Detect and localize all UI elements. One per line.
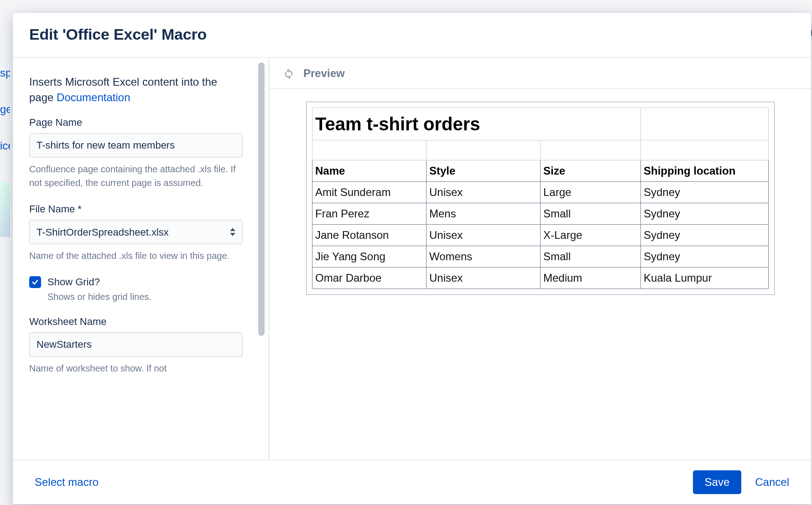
table-title-cell: Team t-shirt orders	[312, 108, 641, 140]
documentation-link[interactable]: Documentation	[57, 91, 130, 103]
file-name-help: Name of the attached .xls file to view i…	[29, 249, 243, 263]
file-name-label: File Name *	[29, 203, 243, 215]
table-row: Jie Yang Song Womens Small Sydney	[312, 246, 769, 268]
table-row: Amit Sunderam Unisex Large Sydney	[312, 182, 769, 203]
show-grid-help: Shows or hides grid lines.	[47, 292, 243, 302]
check-icon	[31, 278, 39, 286]
page-name-input[interactable]	[29, 133, 243, 158]
modal-body: Inserts Microsoft Excel content into the…	[13, 57, 811, 460]
refresh-icon[interactable]	[282, 67, 295, 80]
table-row: Jane Rotanson Unisex X-Large Sydney	[312, 225, 769, 246]
select-caret-icon	[230, 228, 235, 236]
table-empty-cell	[427, 140, 541, 160]
excel-table: Team t-shirt orders Name	[312, 108, 769, 289]
page-name-help: Confluence page containing the attached …	[29, 162, 243, 190]
save-button[interactable]: Save	[693, 470, 742, 494]
page-name-label: Page Name	[29, 117, 243, 129]
show-grid-checkbox[interactable]	[29, 276, 41, 288]
preview-title: Preview	[303, 67, 345, 80]
table-empty-cell	[641, 108, 769, 140]
macro-editor-modal: Edit 'Office Excel' Macro Inserts Micros…	[13, 13, 811, 504]
column-header: Name	[312, 160, 427, 182]
select-macro-link[interactable]: Select macro	[33, 472, 100, 492]
excel-preview-box: Team t-shirt orders Name	[306, 102, 775, 295]
table-empty-cell	[312, 140, 427, 160]
background-thumbnail	[0, 182, 10, 237]
column-header: Size	[541, 160, 641, 182]
cancel-button[interactable]: Cancel	[753, 472, 791, 492]
table-empty-cell	[541, 140, 641, 160]
worksheet-name-label: Worksheet Name	[29, 316, 243, 328]
macro-form-panel: Inserts Microsoft Excel content into the…	[13, 58, 268, 459]
modal-backdrop: spgeice Edit 'Office Excel' Macro Insert…	[0, 0, 812, 505]
left-panel-scrollbar[interactable]	[258, 62, 265, 336]
worksheet-name-help: Name of worksheet to show. If not	[29, 361, 243, 375]
file-name-select[interactable]: T-ShirtOrderSpreadsheet.xlsx	[29, 220, 243, 244]
background-text-fragment: spgeice	[0, 64, 10, 155]
macro-description: Inserts Microsoft Excel content into the…	[29, 74, 243, 105]
column-header: Shipping location	[641, 160, 769, 182]
show-grid-label: Show Grid?	[47, 276, 100, 288]
preview-header: Preview	[270, 58, 811, 89]
modal-header: Edit 'Office Excel' Macro	[13, 13, 811, 57]
preview-body: Team t-shirt orders Name	[270, 89, 811, 459]
modal-footer: Select macro Save Cancel	[13, 460, 811, 504]
table-row: Omar Darboe Unisex Medium Kuala Lumpur	[312, 268, 769, 289]
modal-title: Edit 'Office Excel' Macro	[29, 26, 795, 43]
column-header: Style	[427, 160, 541, 182]
worksheet-name-input[interactable]	[29, 332, 243, 357]
table-empty-cell	[641, 140, 769, 160]
preview-panel: Preview Team t-shirt orders	[270, 58, 811, 459]
table-row: Fran Perez Mens Small Sydney	[312, 203, 769, 225]
